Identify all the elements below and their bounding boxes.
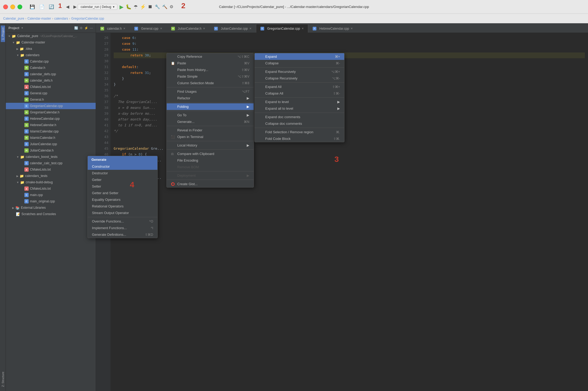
tree-item-external-libs[interactable]: ▶ 📚 External Libraries bbox=[6, 205, 96, 211]
close-button[interactable] bbox=[3, 5, 8, 9]
menu-item-collapse-all[interactable]: Collapse All ⇧⌘- bbox=[255, 90, 344, 97]
menu-item-generate-defs[interactable]: Generate Definitions... ⇧⌘D bbox=[88, 231, 157, 238]
tree-item-cmake-build-debug[interactable]: ▼ 📁 cmake-build-debug bbox=[6, 179, 96, 185]
tab-close[interactable]: ✕ bbox=[123, 27, 125, 30]
minimize-button[interactable] bbox=[10, 5, 15, 9]
tree-item-hebrew-h[interactable]: H HebrewCalendar.h bbox=[6, 122, 96, 128]
tree-item-gregorian-cpp[interactable]: C GregorianCalendar.cpp bbox=[6, 103, 96, 109]
build-button[interactable]: 🔨 bbox=[162, 4, 167, 9]
breadcrumb-item-3[interactable]: GregorianCalendar.cpp bbox=[71, 17, 104, 20]
tab-close[interactable]: ✕ bbox=[302, 27, 304, 30]
menu-item-expand[interactable]: Expand ⌘+ bbox=[255, 53, 344, 60]
tree-item-islamic-h[interactable]: H IslamicCalendar.h bbox=[6, 135, 96, 141]
tab-close[interactable]: ✕ bbox=[160, 27, 162, 30]
menu-item-paste-simple[interactable]: Paste Simple ⌥⇧⌘V bbox=[167, 73, 254, 80]
stop-button[interactable]: ⏹ bbox=[148, 4, 153, 10]
tree-item-calendars-tests[interactable]: ▶ 📁 calendars_tests bbox=[6, 173, 96, 179]
tree-item-idea[interactable]: ▶ 📁 .idea bbox=[6, 46, 96, 52]
tab-julian-cpp[interactable]: C JulianCalendar.cpp ✕ bbox=[210, 24, 256, 33]
tree-item-scratches[interactable]: 📝 Scratches and Consoles bbox=[6, 211, 96, 217]
tab-structure[interactable]: Z: Structure bbox=[1, 370, 5, 389]
tab-julian-h[interactable]: H JulianCalendar.h ✕ bbox=[167, 24, 210, 33]
tree-item-calendar-master[interactable]: ▼ 📁 Calendar-master bbox=[6, 39, 96, 46]
tree-item-general-h[interactable]: H General.h bbox=[6, 96, 96, 103]
menu-item-generate[interactable]: Generate... ⌘N bbox=[167, 118, 254, 125]
tree-item-hebrew-cpp[interactable]: C HebrewCalendar.cpp bbox=[6, 115, 96, 122]
menu-item-expand-doc-comments[interactable]: Expand doc comments bbox=[255, 114, 344, 120]
tree-item-calendar-defs-h[interactable]: H calendar_defs.h bbox=[6, 77, 96, 84]
tree-item-calendars[interactable]: ▼ 📁 calendars bbox=[6, 52, 96, 58]
menu-item-constructor[interactable]: Constructor bbox=[88, 163, 157, 170]
menu-item-implement[interactable]: Implement Functions... ^I bbox=[88, 225, 157, 231]
tab-general-cpp[interactable]: C General.cpp ✕ bbox=[130, 24, 166, 33]
menu-item-file-encoding[interactable]: File Encoding bbox=[167, 157, 254, 164]
tree-item-julian-h[interactable]: H JulianCalendar.h bbox=[6, 147, 96, 154]
save-button[interactable]: 💾 bbox=[29, 4, 36, 10]
profile-button[interactable]: ⚡ bbox=[140, 4, 146, 10]
menu-item-refactor[interactable]: Refactor ▶ bbox=[167, 95, 254, 101]
tab-hebrew-cpp[interactable]: C HebrewCalendar.cpp ✕ bbox=[308, 24, 357, 33]
tree-item-main-orig[interactable]: C main_original.cpp bbox=[6, 198, 96, 205]
maximize-button[interactable] bbox=[17, 5, 22, 9]
tree-item-cmake-boost[interactable]: ▲ CMakeLists.txt bbox=[6, 166, 96, 173]
menu-item-getter-setter[interactable]: Getter and Setter bbox=[88, 190, 157, 196]
tree-item-main-cpp[interactable]: C main.cpp bbox=[6, 192, 96, 198]
tab-project[interactable]: 1: Project bbox=[1, 25, 5, 42]
menu-item-folding[interactable]: Folding ▶ bbox=[167, 103, 254, 110]
menu-item-expand-all-to-level[interactable]: Expand all to level ▶ bbox=[255, 105, 344, 112]
menu-item-override[interactable]: Override Functions... ^O bbox=[88, 218, 157, 225]
tree-item-cmake-debug[interactable]: ▲ CMakeLists.txt bbox=[6, 185, 96, 192]
menu-item-reveal[interactable]: Reveal in Finder bbox=[167, 127, 254, 134]
menu-item-getter[interactable]: Getter bbox=[88, 176, 157, 183]
tab-close[interactable]: ✕ bbox=[249, 27, 251, 30]
menu-item-find-usages[interactable]: Find Usages ⌥F7 bbox=[167, 88, 254, 95]
breadcrumb-item-0[interactable]: Calendar_pure bbox=[3, 17, 24, 20]
tab-close[interactable]: ✕ bbox=[351, 27, 353, 30]
tree-item-calc-test[interactable]: C calendar_calc_test.cpp bbox=[6, 160, 96, 166]
tree-item-cmakelists-1[interactable]: ▲ CMakeLists.txt bbox=[6, 84, 96, 90]
menu-item-paste[interactable]: 📋 Paste ⌘V bbox=[167, 60, 254, 66]
menu-item-local-history[interactable]: Local History ▶ bbox=[167, 142, 254, 149]
tab-close[interactable]: ✕ bbox=[203, 27, 205, 30]
menu-item-column-mode[interactable]: Column Selection Mode ⇧⌘8 bbox=[167, 80, 254, 86]
menu-item-collapse-doc-comments[interactable]: Collapse doc comments bbox=[255, 120, 344, 127]
menu-item-collapse[interactable]: Collapse ⌘- bbox=[255, 60, 344, 66]
minimize-icon[interactable]: — bbox=[90, 26, 93, 30]
tree-item-calendar-h[interactable]: H Calendar.h bbox=[6, 65, 96, 71]
back-button[interactable]: ◀ bbox=[65, 4, 70, 10]
tree-item-calendar-pure[interactable]: ▼ 📁 Calendar_pure ~/CLionProjects/Calend… bbox=[6, 33, 96, 39]
coverage-button[interactable]: ☂ bbox=[134, 4, 138, 10]
debug-button[interactable]: 🐛 bbox=[126, 4, 131, 10]
menu-item-paste-history[interactable]: Paste from History... ⇧⌘V bbox=[167, 66, 254, 73]
menu-item-stream-output[interactable]: Stream Output Operator bbox=[88, 210, 157, 216]
tree-item-calendar-cpp[interactable]: C Calendar.cpp bbox=[6, 58, 96, 65]
tab-calendar-h[interactable]: H calendar.h ✕ bbox=[96, 24, 130, 33]
tree-item-gregorian-h[interactable]: H GregorianCalendar.h bbox=[6, 109, 96, 115]
menu-item-expand-recursively[interactable]: Expand Recursively ⌥⌘+ bbox=[255, 68, 344, 75]
menu-item-goto[interactable]: Go To ▶ bbox=[167, 112, 254, 118]
menu-item-create-gist[interactable]: ⭕ Create Gist... bbox=[167, 181, 254, 187]
wrench-button[interactable]: 🔧 bbox=[155, 4, 160, 9]
menu-item-setter[interactable]: Setter bbox=[88, 183, 157, 190]
settings-icon[interactable]: ⚙ bbox=[80, 26, 83, 30]
gear-icon[interactable]: ⚡ bbox=[84, 26, 88, 30]
menu-item-collapse-recursively[interactable]: Collapse Recursively ⌥⌘- bbox=[255, 75, 344, 82]
menu-item-expand-to-level[interactable]: Expand to level ▶ bbox=[255, 99, 344, 105]
unsaved-button[interactable]: 📄 bbox=[38, 4, 46, 10]
menu-item-fold-selection[interactable]: Fold Selection / Remove region ⌘. bbox=[255, 129, 344, 135]
menu-item-copy-ref[interactable]: Copy Reference ⌥⇧⌘C bbox=[167, 53, 254, 60]
breadcrumb-item-1[interactable]: Calendar-master bbox=[27, 17, 51, 20]
menu-item-destructor[interactable]: Destructor bbox=[88, 170, 157, 176]
tree-item-islamic-cpp[interactable]: C IslamicCalendar.cpp bbox=[6, 128, 96, 135]
menu-item-relational[interactable]: Relational Operators bbox=[88, 203, 157, 210]
tree-item-calendar-defs-cpp[interactable]: C calendar_defs.cpp bbox=[6, 71, 96, 77]
tab-gregorian-cpp[interactable]: C GregorianCalendar.cpp ✕ bbox=[256, 24, 308, 33]
menu-item-equality[interactable]: Equality Operators bbox=[88, 196, 157, 203]
run-button[interactable]: ▶ bbox=[120, 4, 123, 10]
sync-icon[interactable]: 🔄 bbox=[74, 26, 78, 30]
tree-item-boost-tests[interactable]: ▼ 📁 calendars_boost_tests bbox=[6, 154, 96, 160]
settings-button[interactable]: ⚙ bbox=[170, 4, 173, 9]
breadcrumb-item-2[interactable]: calendars bbox=[54, 17, 68, 20]
tree-item-julian-cpp[interactable]: C JulianCalendar.cpp bbox=[6, 141, 96, 147]
forward-button[interactable]: ▶ bbox=[72, 4, 78, 10]
